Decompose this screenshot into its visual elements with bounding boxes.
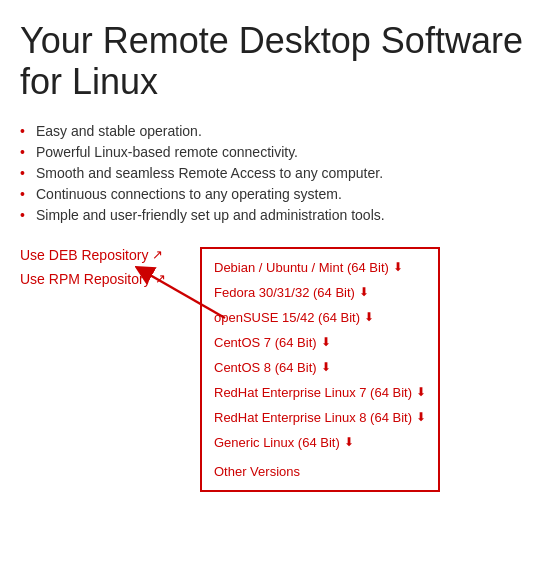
external-link-icon-0: ↗: [152, 247, 163, 262]
bullet-item-0: Easy and stable operation.: [20, 123, 532, 139]
download-links-box: Debian / Ubuntu / Mint (64 Bit)⬇Fedora 3…: [200, 247, 440, 492]
download-label-1: Fedora 30/31/32 (64 Bit): [214, 285, 355, 300]
repo-link-label-0: Use DEB Repository: [20, 247, 148, 263]
feature-list: Easy and stable operation.Powerful Linux…: [20, 123, 532, 223]
download-link-2[interactable]: openSUSE 15/42 (64 Bit)⬇: [214, 307, 426, 328]
page-title: Your Remote Desktop Software for Linux: [20, 20, 532, 103]
external-link-icon-1: ↗: [155, 271, 166, 286]
download-link-7[interactable]: Generic Linux (64 Bit)⬇: [214, 432, 426, 453]
download-icon-7: ⬇: [344, 435, 354, 449]
bullet-item-1: Powerful Linux-based remote connectivity…: [20, 144, 532, 160]
download-icon-5: ⬇: [416, 385, 426, 399]
other-versions-link[interactable]: Other Versions: [214, 461, 426, 482]
download-link-0[interactable]: Debian / Ubuntu / Mint (64 Bit)⬇: [214, 257, 426, 278]
bullet-item-3: Continuous connections to any operating …: [20, 186, 532, 202]
download-link-6[interactable]: RedHat Enterprise Linux 8 (64 Bit)⬇: [214, 407, 426, 428]
download-link-1[interactable]: Fedora 30/31/32 (64 Bit)⬇: [214, 282, 426, 303]
download-link-5[interactable]: RedHat Enterprise Linux 7 (64 Bit)⬇: [214, 382, 426, 403]
download-link-4[interactable]: CentOS 8 (64 Bit)⬇: [214, 357, 426, 378]
download-icon-2: ⬇: [364, 310, 374, 324]
download-icon-6: ⬇: [416, 410, 426, 424]
download-icon-3: ⬇: [321, 335, 331, 349]
repo-links-column: Use DEB Repository↗Use RPM Repository↗: [20, 247, 200, 287]
download-label-2: openSUSE 15/42 (64 Bit): [214, 310, 360, 325]
download-label-6: RedHat Enterprise Linux 8 (64 Bit): [214, 410, 412, 425]
download-icon-0: ⬇: [393, 260, 403, 274]
links-and-downloads-section: Use DEB Repository↗Use RPM Repository↗ D…: [20, 247, 532, 492]
download-icon-4: ⬇: [321, 360, 331, 374]
bullet-item-2: Smooth and seamless Remote Access to any…: [20, 165, 532, 181]
download-label-4: CentOS 8 (64 Bit): [214, 360, 317, 375]
repo-link-label-1: Use RPM Repository: [20, 271, 151, 287]
download-label-3: CentOS 7 (64 Bit): [214, 335, 317, 350]
download-label-7: Generic Linux (64 Bit): [214, 435, 340, 450]
download-icon-1: ⬇: [359, 285, 369, 299]
repo-link-0[interactable]: Use DEB Repository↗: [20, 247, 200, 263]
bullet-item-4: Simple and user-friendly set up and admi…: [20, 207, 532, 223]
download-link-3[interactable]: CentOS 7 (64 Bit)⬇: [214, 332, 426, 353]
download-label-5: RedHat Enterprise Linux 7 (64 Bit): [214, 385, 412, 400]
download-label-0: Debian / Ubuntu / Mint (64 Bit): [214, 260, 389, 275]
repo-link-1[interactable]: Use RPM Repository↗: [20, 271, 200, 287]
